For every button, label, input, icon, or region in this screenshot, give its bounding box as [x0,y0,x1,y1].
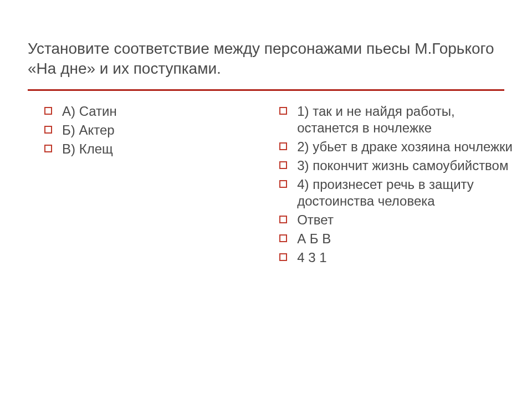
right-column: 1) так и не найдя работы, останется в но… [263,103,515,268]
bullet-label: А) Сатин [62,103,252,120]
list-item: А Б В [263,231,515,247]
square-bullet-icon [279,142,287,150]
title-divider [28,89,504,91]
left-column: А) Сатин Б) Актер В) Клещ [28,103,252,268]
list-item: Ответ [263,212,515,228]
bullet-label: 2) убьет в драке хозяина ночлежки [297,139,515,155]
square-bullet-icon [279,216,287,223]
list-item: 2) убьет в драке хозяина ночлежки [263,139,515,155]
list-item: А) Сатин [28,103,252,120]
square-bullet-icon [44,126,52,134]
list-item: 4 3 1 [263,249,515,266]
bullet-label: 4) произнесет речь в защиту достоинства … [297,176,515,209]
square-bullet-icon [279,180,287,188]
square-bullet-icon [279,253,287,261]
square-bullet-icon [44,145,52,152]
slide-title: Установите соответствие между персонажам… [28,39,504,79]
square-bullet-icon [44,107,52,115]
bullet-label: В) Клещ [62,141,252,157]
square-bullet-icon [279,234,287,242]
list-item: 4) произнесет речь в защиту достоинства … [263,176,515,209]
bullet-label: Ответ [297,212,515,228]
bullet-label: Б) Актер [62,122,252,139]
slide-container: Установите соответствие между персонажам… [0,0,532,399]
content-columns: А) Сатин Б) Актер В) Клещ 1) так и не на… [28,103,504,268]
square-bullet-icon [279,161,287,169]
list-item: В) Клещ [28,141,252,157]
list-item: 1) так и не найдя работы, останется в но… [263,103,515,136]
bullet-label: 1) так и не найдя работы, останется в но… [297,103,515,136]
list-item: Б) Актер [28,122,252,139]
square-bullet-icon [279,107,287,115]
list-item: 3) покончит жизнь самоубийством [263,157,515,174]
bullet-label: 4 3 1 [297,249,515,266]
bullet-label: А Б В [297,231,515,247]
bullet-label: 3) покончит жизнь самоубийством [297,157,515,174]
